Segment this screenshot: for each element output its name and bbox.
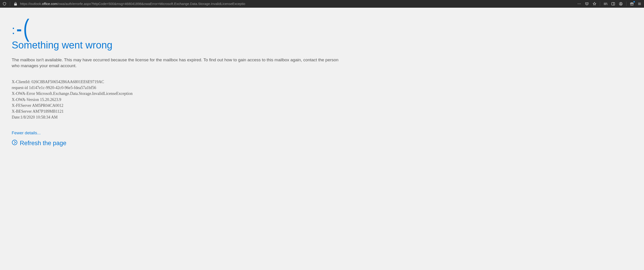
- browser-address-bar: https://outlook.office.com/owa/auth/erro…: [0, 0, 644, 8]
- svg-point-1: [579, 3, 580, 4]
- detail-line: X-BEServer AM7P189MB1121: [12, 108, 344, 114]
- bookmark-star-icon[interactable]: [592, 2, 597, 6]
- library-icon[interactable]: [603, 2, 608, 6]
- url-display[interactable]: https://outlook.office.com/owa/auth/erro…: [20, 2, 575, 6]
- error-heading: Something went wrong: [12, 39, 344, 51]
- error-message: The mailbox isn't available. This may ha…: [12, 57, 344, 69]
- refresh-page-label: Refresh the page: [20, 140, 66, 147]
- whats-new-gift-icon[interactable]: [630, 2, 634, 6]
- lock-icon[interactable]: [13, 2, 18, 6]
- account-icon[interactable]: [618, 2, 623, 6]
- svg-point-2: [580, 3, 580, 4]
- svg-point-8: [12, 140, 17, 145]
- detail-line: Date:1/8/2020 10:58:34 AM: [12, 114, 344, 120]
- url-scheme: https://outlook.: [20, 2, 42, 6]
- detail-line: X-ClientId: 026C8BAF506542B6AA6801EE6E97…: [12, 79, 344, 85]
- refresh-arrow-icon: [12, 140, 18, 147]
- hamburger-menu-icon[interactable]: [637, 2, 642, 6]
- detail-line: request-id 1d147e1c-9920-42c0-96e5-fdea5…: [12, 85, 344, 91]
- url-host: office.com: [42, 2, 58, 6]
- refresh-page-link[interactable]: Refresh the page: [12, 140, 344, 147]
- sad-face-icon: :-(: [12, 16, 344, 39]
- detail-line: X-OWA-Version 15.20.2623.9: [12, 97, 344, 102]
- error-details-block: X-ClientId: 026C8BAF506542B6AA6801EE6E97…: [12, 79, 344, 120]
- sidebar-icon[interactable]: [611, 2, 616, 6]
- fewer-details-link[interactable]: Fewer details...: [12, 130, 41, 136]
- svg-point-5: [620, 3, 622, 4]
- detail-line: X-FEServer AM5PR04CA0012: [12, 102, 344, 108]
- page-actions-icon[interactable]: [577, 2, 582, 6]
- detail-line: X-OWA-Error Microsoft.Exchange.Data.Stor…: [12, 91, 344, 96]
- svg-point-0: [578, 3, 578, 4]
- svg-rect-3: [612, 3, 615, 5]
- url-path: /owa/auth/errorfe.aspx?httpCode=500&msg=…: [58, 2, 245, 6]
- error-page: :-( Something went wrong The mailbox isn…: [0, 8, 356, 156]
- tracking-shield-icon[interactable]: [2, 2, 7, 6]
- pocket-icon[interactable]: [584, 2, 589, 6]
